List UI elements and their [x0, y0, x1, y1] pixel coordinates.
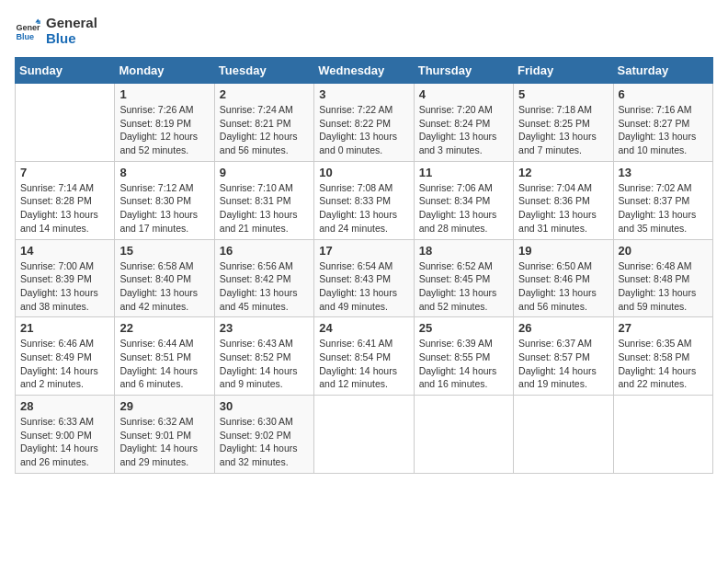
day-info: Sunrise: 7:26 AMSunset: 8:19 PMDaylight:… — [119, 103, 209, 157]
day-number: 1 — [119, 87, 209, 101]
calendar-cell: 8Sunrise: 7:12 AMSunset: 8:30 PMDaylight… — [115, 161, 214, 239]
day-number: 10 — [319, 166, 408, 179]
calendar-week-row: 7Sunrise: 7:14 AMSunset: 8:28 PMDaylight… — [16, 161, 713, 239]
day-info: Sunrise: 7:24 AMSunset: 8:21 PMDaylight:… — [220, 103, 309, 157]
day-number: 11 — [419, 166, 508, 179]
day-info: Sunrise: 7:12 AMSunset: 8:30 PMDaylight:… — [119, 181, 209, 236]
col-header-saturday: Saturday — [613, 58, 712, 84]
calendar-cell: 4Sunrise: 7:20 AMSunset: 8:24 PMDaylight… — [414, 84, 513, 162]
day-info: Sunrise: 6:35 AMSunset: 8:58 PMDaylight:… — [619, 337, 708, 391]
day-number: 26 — [518, 321, 608, 335]
calendar-cell: 20Sunrise: 6:48 AMSunset: 8:48 PMDayligh… — [613, 239, 712, 317]
svg-text:Blue: Blue — [16, 32, 34, 41]
day-number: 15 — [119, 244, 209, 258]
calendar-week-row: 14Sunrise: 7:00 AMSunset: 8:39 PMDayligh… — [16, 239, 713, 317]
logo-text-blue: Blue — [46, 30, 97, 46]
day-number: 30 — [220, 399, 309, 413]
col-header-sunday: Sunday — [16, 58, 115, 84]
calendar-cell: 22Sunrise: 6:44 AMSunset: 8:51 PMDayligh… — [115, 317, 214, 396]
day-info: Sunrise: 7:14 AMSunset: 8:28 PMDaylight:… — [20, 181, 109, 236]
day-info: Sunrise: 7:08 AMSunset: 8:33 PMDaylight:… — [319, 181, 408, 236]
page-header: General Blue General Blue — [15, 15, 713, 46]
day-number: 3 — [319, 87, 408, 101]
calendar-cell: 10Sunrise: 7:08 AMSunset: 8:33 PMDayligh… — [314, 161, 414, 239]
calendar-cell: 5Sunrise: 7:18 AMSunset: 8:25 PMDaylight… — [514, 84, 613, 162]
day-info: Sunrise: 6:44 AMSunset: 8:51 PMDaylight:… — [119, 337, 209, 391]
calendar-header-row: SundayMondayTuesdayWednesdayThursdayFrid… — [16, 58, 713, 84]
day-info: Sunrise: 6:41 AMSunset: 8:54 PMDaylight:… — [319, 337, 408, 391]
calendar-cell: 9Sunrise: 7:10 AMSunset: 8:31 PMDaylight… — [214, 161, 313, 239]
calendar-cell: 21Sunrise: 6:46 AMSunset: 8:49 PMDayligh… — [16, 317, 115, 396]
day-number: 14 — [20, 244, 109, 258]
day-info: Sunrise: 7:04 AMSunset: 8:36 PMDaylight:… — [518, 181, 608, 236]
day-number: 20 — [619, 244, 708, 258]
day-number: 23 — [220, 321, 309, 335]
day-info: Sunrise: 7:02 AMSunset: 8:37 PMDaylight:… — [619, 181, 708, 236]
day-number: 9 — [220, 166, 309, 179]
calendar-cell: 2Sunrise: 7:24 AMSunset: 8:21 PMDaylight… — [214, 84, 313, 162]
calendar-week-row: 21Sunrise: 6:46 AMSunset: 8:49 PMDayligh… — [16, 317, 713, 396]
logo-icon: General Blue — [15, 17, 40, 43]
calendar-cell: 30Sunrise: 6:30 AMSunset: 9:02 PMDayligh… — [214, 396, 313, 474]
col-header-thursday: Thursday — [414, 58, 513, 84]
calendar-cell: 11Sunrise: 7:06 AMSunset: 8:34 PMDayligh… — [414, 161, 513, 239]
calendar-week-row: 28Sunrise: 6:33 AMSunset: 9:00 PMDayligh… — [16, 396, 713, 474]
calendar-cell — [514, 396, 613, 474]
day-info: Sunrise: 6:33 AMSunset: 9:00 PMDaylight:… — [20, 415, 109, 469]
day-number: 24 — [319, 321, 408, 335]
calendar-cell: 14Sunrise: 7:00 AMSunset: 8:39 PMDayligh… — [16, 239, 115, 317]
day-info: Sunrise: 7:00 AMSunset: 8:39 PMDaylight:… — [20, 259, 109, 314]
day-info: Sunrise: 7:18 AMSunset: 8:25 PMDaylight:… — [518, 103, 608, 157]
day-number: 25 — [419, 321, 508, 335]
calendar-cell — [613, 396, 712, 474]
day-number: 18 — [419, 244, 508, 258]
day-number: 4 — [419, 87, 508, 101]
day-info: Sunrise: 6:50 AMSunset: 8:46 PMDaylight:… — [518, 259, 608, 314]
day-info: Sunrise: 7:22 AMSunset: 8:22 PMDaylight:… — [319, 103, 408, 157]
day-number: 21 — [20, 321, 109, 335]
calendar-cell: 28Sunrise: 6:33 AMSunset: 9:00 PMDayligh… — [16, 396, 115, 474]
day-info: Sunrise: 6:52 AMSunset: 8:45 PMDaylight:… — [419, 259, 508, 314]
day-number: 7 — [20, 166, 109, 179]
col-header-monday: Monday — [115, 58, 214, 84]
day-number: 29 — [119, 399, 209, 413]
day-number: 2 — [220, 87, 309, 101]
day-number: 12 — [518, 166, 608, 179]
calendar-cell: 18Sunrise: 6:52 AMSunset: 8:45 PMDayligh… — [414, 239, 513, 317]
day-info: Sunrise: 6:54 AMSunset: 8:43 PMDaylight:… — [319, 259, 408, 314]
calendar-cell: 15Sunrise: 6:58 AMSunset: 8:40 PMDayligh… — [115, 239, 214, 317]
calendar-cell: 24Sunrise: 6:41 AMSunset: 8:54 PMDayligh… — [314, 317, 414, 396]
day-info: Sunrise: 6:37 AMSunset: 8:57 PMDaylight:… — [518, 337, 608, 391]
day-info: Sunrise: 6:39 AMSunset: 8:55 PMDaylight:… — [419, 337, 508, 391]
day-number: 16 — [220, 244, 309, 258]
day-number: 5 — [518, 87, 608, 101]
day-number: 13 — [619, 166, 708, 179]
col-header-friday: Friday — [514, 58, 613, 84]
calendar-cell — [414, 396, 513, 474]
day-info: Sunrise: 7:16 AMSunset: 8:27 PMDaylight:… — [619, 103, 708, 157]
calendar-cell: 26Sunrise: 6:37 AMSunset: 8:57 PMDayligh… — [514, 317, 613, 396]
day-info: Sunrise: 6:58 AMSunset: 8:40 PMDaylight:… — [119, 259, 209, 314]
calendar-cell: 29Sunrise: 6:32 AMSunset: 9:01 PMDayligh… — [115, 396, 214, 474]
day-number: 17 — [319, 244, 408, 258]
day-info: Sunrise: 6:56 AMSunset: 8:42 PMDaylight:… — [220, 259, 309, 314]
calendar-week-row: 1Sunrise: 7:26 AMSunset: 8:19 PMDaylight… — [16, 84, 713, 162]
calendar-cell: 1Sunrise: 7:26 AMSunset: 8:19 PMDaylight… — [115, 84, 214, 162]
calendar-cell: 7Sunrise: 7:14 AMSunset: 8:28 PMDaylight… — [16, 161, 115, 239]
day-info: Sunrise: 6:46 AMSunset: 8:49 PMDaylight:… — [20, 337, 109, 391]
day-info: Sunrise: 6:32 AMSunset: 9:01 PMDaylight:… — [119, 415, 209, 469]
calendar-cell — [314, 396, 414, 474]
col-header-wednesday: Wednesday — [314, 58, 414, 84]
calendar-cell: 6Sunrise: 7:16 AMSunset: 8:27 PMDaylight… — [613, 84, 712, 162]
calendar-cell: 13Sunrise: 7:02 AMSunset: 8:37 PMDayligh… — [613, 161, 712, 239]
calendar-cell: 16Sunrise: 6:56 AMSunset: 8:42 PMDayligh… — [214, 239, 313, 317]
day-info: Sunrise: 6:48 AMSunset: 8:48 PMDaylight:… — [619, 259, 708, 314]
calendar-cell: 25Sunrise: 6:39 AMSunset: 8:55 PMDayligh… — [414, 317, 513, 396]
day-number: 28 — [20, 399, 109, 413]
day-number: 22 — [119, 321, 209, 335]
day-number: 6 — [619, 87, 708, 101]
calendar-cell: 17Sunrise: 6:54 AMSunset: 8:43 PMDayligh… — [314, 239, 414, 317]
calendar-cell: 23Sunrise: 6:43 AMSunset: 8:52 PMDayligh… — [214, 317, 313, 396]
logo: General Blue General Blue — [15, 15, 97, 46]
calendar-table: SundayMondayTuesdayWednesdayThursdayFrid… — [15, 57, 713, 474]
